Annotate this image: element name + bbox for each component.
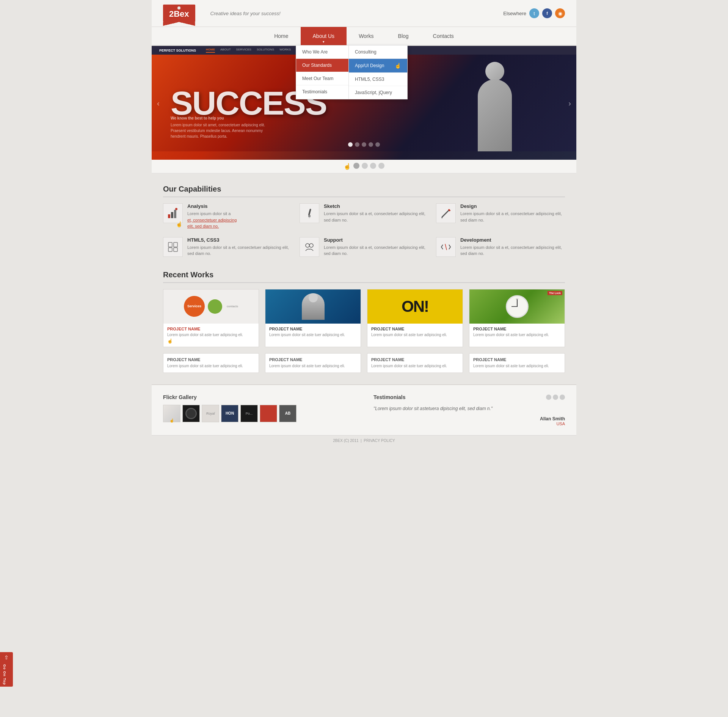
nav-item-blog[interactable]: Blog (386, 27, 421, 45)
dropdown-menu: Who We Are Our Standards Meet Our Team T… (296, 45, 408, 99)
hero-small-text: We know the best to help you Lorem ipsum… (171, 115, 277, 139)
testimonial-prev[interactable] (546, 395, 551, 400)
gallery-thumb-5[interactable]: Po... (240, 405, 258, 422)
work-item-5: PROJECT NAME Lorem ipsum dolor sit aste … (163, 353, 259, 373)
dropdown-our-standards[interactable]: Our Standards (296, 59, 348, 72)
hero-person (470, 60, 519, 151)
privacy-policy-link[interactable]: PRIVACY POLICY (364, 439, 395, 443)
dropdown-jquery[interactable]: JavaScript, jQuery (349, 86, 407, 99)
capability-development: Development Lorem ipsum dolor sit a et, … (436, 237, 565, 257)
nav-item-contacts[interactable]: Contacts (421, 27, 466, 45)
dropdown-html5[interactable]: HTML5, CSS3 (349, 73, 407, 86)
cursor-gallery: ☝ (169, 418, 174, 423)
facebook-icon[interactable]: f (542, 8, 552, 18)
svg-point-3 (175, 208, 177, 210)
capability-analysis: ☝ Analysis Lorem ipsum dolor sit aet, co… (163, 203, 292, 230)
nav-item-works[interactable]: Works (347, 27, 386, 45)
dot-2[interactable] (355, 142, 359, 147)
preview-nav-works[interactable]: WORKS (279, 48, 291, 53)
analysis-link[interactable]: et, consectetuer adipiscing (187, 218, 237, 222)
dropdown-meet-our-team[interactable]: Meet Our Team (296, 72, 348, 85)
rss-icon[interactable]: ◉ (555, 8, 565, 18)
bottom-bar: 2BEX (C) 2011 | PRIVACY POLICY (152, 435, 576, 446)
gallery-thumb-7[interactable]: AB (279, 405, 297, 422)
development-title: Development (460, 237, 565, 243)
dot-4[interactable] (369, 142, 373, 147)
gallery-thumb-4[interactable]: HON (221, 405, 238, 422)
work-name-2: PROJECT NAME (269, 327, 357, 331)
main-content: Our Capabilities ☝ Analysis Lorem ipsum … (152, 173, 576, 381)
work-desc-3: Lorem ipsum dolor sit aste tuer adipisci… (371, 332, 459, 338)
work-desc-8: Lorem ipsum dolor sit aste tuer adipisci… (473, 363, 561, 369)
work-item-1: Services contacts PROJECT NAME Lorem ips… (163, 289, 259, 347)
active-arrow: ▼ (322, 40, 325, 44)
development-content: Development Lorem ipsum dolor sit a et, … (460, 237, 565, 257)
development-icon-box (436, 237, 456, 257)
html5-icon (168, 242, 178, 252)
work-thumb-1: Services contacts (163, 289, 259, 324)
work-name-6: PROJECT NAME (269, 357, 357, 362)
twitter-icon[interactable]: t (529, 8, 539, 18)
support-text: Lorem ipsum dolor sit a et, consectetuer… (324, 244, 428, 257)
capabilities-section: Our Capabilities ☝ Analysis Lorem ipsum … (163, 185, 565, 257)
work-name-1[interactable]: PROJECT NAME (167, 327, 255, 331)
dropdown-about: Who We Are Our Standards Meet Our Team T… (296, 45, 349, 99)
design-icon-box (436, 203, 456, 223)
dropdown-who-we-are[interactable]: Who We Are (296, 46, 348, 59)
logo[interactable]: 2Bex (163, 5, 195, 22)
testimonial-controls (546, 395, 565, 400)
ctrl-btn-1[interactable] (353, 163, 359, 169)
html5-title: HTML5, CSS3 (187, 237, 292, 243)
capability-html5: HTML5, CSS3 Lorem ipsum dolor sit a et, … (163, 237, 292, 257)
testimonial-next[interactable] (553, 395, 558, 400)
dropdown-consulting[interactable]: Consulting (349, 46, 407, 59)
capability-design: Design Lorem ipsum dolor sit a et, conse… (436, 203, 565, 230)
svg-rect-11 (174, 242, 177, 247)
svg-rect-0 (168, 214, 170, 218)
flickr-section: Flickr Gallery ☝ Royal HON Po... AB (163, 394, 355, 426)
svg-line-16 (445, 244, 447, 250)
analysis-link2[interactable]: elit, sed diam no. (187, 224, 219, 228)
hero-arrow-right[interactable]: › (568, 99, 571, 107)
analysis-title: Analysis (187, 203, 237, 209)
gallery-thumb-3[interactable]: Royal (202, 405, 219, 422)
sketch-content: Sketch Lorem ipsum dolor sit a et, conse… (324, 203, 428, 223)
recent-works-title: Recent Works (163, 270, 565, 283)
cursor-icon: ☝ (395, 63, 401, 69)
preview-nav-home[interactable]: HOME (206, 48, 215, 53)
preview-nav-about[interactable]: ABOUT (220, 48, 231, 53)
ctrl-btn-3[interactable] (370, 163, 376, 169)
dot-1[interactable] (348, 142, 353, 147)
html5-icon-box (163, 237, 183, 257)
preview-nav-solutions[interactable]: SOLUTIONS (257, 48, 274, 53)
support-content: Support Lorem ipsum dolor sit a et, cons… (324, 237, 428, 257)
nav-item-home[interactable]: Home (262, 27, 300, 45)
testimonial-pause[interactable] (560, 395, 565, 400)
work-thumb-4: The Lock 12 (469, 289, 565, 324)
preview-nav-services[interactable]: SERVICES (236, 48, 251, 53)
gallery-thumb-6[interactable] (260, 405, 277, 422)
ctrl-btn-4[interactable] (378, 163, 384, 169)
svg-point-14 (306, 244, 309, 247)
testimonial-author: Allan Smith (373, 416, 565, 421)
dropdown-appui[interactable]: App/UI Design ☝ (349, 59, 407, 73)
work-name-5: PROJECT NAME (167, 357, 255, 362)
svg-rect-1 (171, 212, 173, 218)
gallery-thumb-2[interactable] (182, 405, 200, 422)
work-info-2: PROJECT NAME Lorem ipsum dolor sit aste … (265, 324, 361, 341)
works-row-1: Services contacts PROJECT NAME Lorem ips… (163, 289, 565, 347)
dropdown-works: Consulting App/UI Design ☝ HTML5, CSS3 J… (349, 45, 408, 99)
testimonials-section: Testimonials "Lorem ipsum dolor sit aste… (373, 394, 565, 426)
gallery-thumb-1[interactable]: ☝ (163, 405, 180, 422)
dropdown-testimonials[interactable]: Testimonials (296, 85, 348, 98)
ctrl-btn-2[interactable] (362, 163, 368, 169)
nav-item-about[interactable]: About Us ▼ (301, 27, 347, 45)
dot-3[interactable] (362, 142, 366, 147)
work-info-3: PROJECT NAME Lorem ipsum dolor sit aste … (367, 324, 463, 341)
svg-rect-5 (308, 215, 311, 217)
hero-arrow-left[interactable]: ‹ (157, 99, 160, 107)
capabilities-title: Our Capabilities (163, 185, 565, 197)
work-item-2: PROJECT NAME Lorem ipsum dolor sit aste … (265, 289, 361, 347)
dot-5[interactable] (375, 142, 380, 147)
logo-notch (163, 22, 195, 26)
